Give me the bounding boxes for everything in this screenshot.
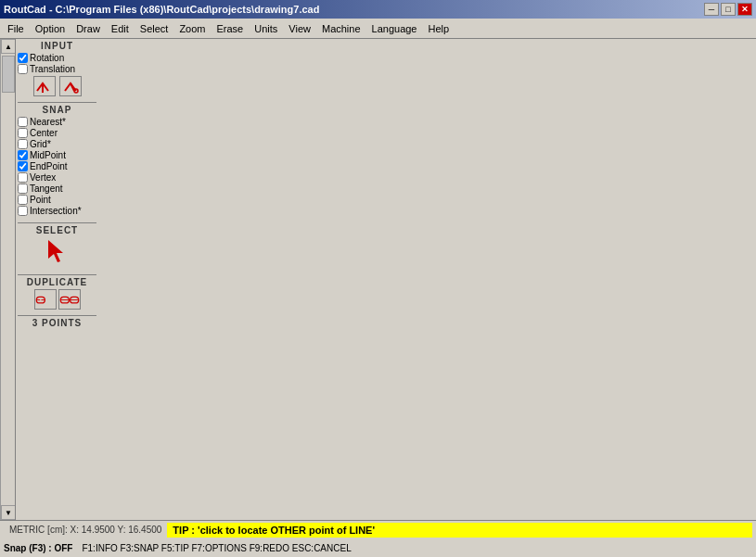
menu-language[interactable]: Language xyxy=(366,21,423,36)
snap-grid-label: Grid* xyxy=(30,139,51,149)
snap-point: Point xyxy=(18,195,96,205)
menu-draw[interactable]: Draw xyxy=(70,21,106,36)
snap-title: SNAP xyxy=(18,105,96,115)
snap-midpoint-label: MidPoint xyxy=(30,150,66,160)
menu-edit[interactable]: Edit xyxy=(106,21,135,36)
svg-point-3 xyxy=(74,89,78,93)
duplicate-title: DUPLICATE xyxy=(18,277,96,287)
snap-midpoint-checkbox[interactable] xyxy=(18,150,28,160)
translation-row: Translation xyxy=(18,64,96,74)
divider-4 xyxy=(18,315,96,316)
divider-3 xyxy=(18,274,96,275)
coordinates: METRIC [cm]: X: 14.9500 Y: 16.4500 xyxy=(4,525,167,535)
status-top: METRIC [cm]: X: 14.9500 Y: 16.4500 TIP :… xyxy=(0,521,756,539)
snap-endpoint-checkbox[interactable] xyxy=(18,161,28,171)
close-button[interactable]: ✕ xyxy=(737,3,752,16)
menu-machine[interactable]: Machine xyxy=(316,21,366,36)
translation-label: Translation xyxy=(30,64,75,74)
scroll-track xyxy=(1,54,15,505)
snap-endpoint-label: EndPoint xyxy=(30,161,68,171)
select-icon[interactable] xyxy=(43,237,72,267)
statusbar: METRIC [cm]: X: 14.9500 Y: 16.4500 TIP :… xyxy=(0,520,756,557)
menu-help[interactable]: Help xyxy=(423,21,455,36)
rotation-row: Rotation xyxy=(18,53,96,63)
snap-intersection-checkbox[interactable] xyxy=(18,206,28,216)
menu-units[interactable]: Units xyxy=(249,21,283,36)
right-panel: INPUT Rotation Translation xyxy=(15,39,98,520)
threepoints-section: 3 POINTS xyxy=(18,318,96,330)
menu-option[interactable]: Option xyxy=(30,21,70,36)
canvas-container: ↖ ▲ ▼ xyxy=(0,39,15,520)
snap-point-checkbox[interactable] xyxy=(18,195,28,205)
duplicate-section: DUPLICATE xyxy=(18,277,96,310)
snap-status: Snap (F3) : OFF xyxy=(4,543,72,553)
main-area: ↖ ▲ ▼ INPUT Rotation Translation xyxy=(0,39,756,520)
menubar: File Option Draw Edit Select Zoom Erase … xyxy=(0,19,756,39)
scroll-up-button[interactable]: ▲ xyxy=(1,39,16,54)
menu-zoom[interactable]: Zoom xyxy=(173,21,211,36)
scroll-thumb[interactable] xyxy=(2,56,15,93)
snap-endpoint: EndPoint xyxy=(18,161,96,171)
maximize-button[interactable]: □ xyxy=(721,3,736,16)
threepoints-title: 3 POINTS xyxy=(18,318,96,328)
snap-nearest: Nearest* xyxy=(18,117,96,127)
snap-point-label: Point xyxy=(30,195,51,205)
menu-view[interactable]: View xyxy=(283,21,316,36)
rotation-label: Rotation xyxy=(30,53,64,63)
input-icons xyxy=(18,76,96,96)
snap-midpoint: MidPoint xyxy=(18,150,96,160)
select-section: SELECT xyxy=(18,225,96,269)
title-text: RoutCad - C:\Program Files (x86)\RoutCad… xyxy=(4,4,319,15)
input-title: INPUT xyxy=(18,41,96,51)
select-title: SELECT xyxy=(18,225,96,235)
menu-erase[interactable]: Erase xyxy=(211,21,250,36)
divider-2 xyxy=(18,222,96,223)
snap-center-checkbox[interactable] xyxy=(18,128,28,138)
tip-area: TIP : 'click to locate OTHER point of LI… xyxy=(167,523,752,538)
snap-grid: Grid* xyxy=(18,139,96,149)
snap-tangent: Tangent xyxy=(18,184,96,194)
duplicate-icon-2[interactable] xyxy=(58,289,81,310)
snap-tangent-checkbox[interactable] xyxy=(18,184,28,194)
snap-nearest-label: Nearest* xyxy=(30,117,66,127)
duplicate-icons xyxy=(18,289,96,310)
snap-vertex-checkbox[interactable] xyxy=(18,172,28,183)
titlebar: RoutCad - C:\Program Files (x86)\RoutCad… xyxy=(0,0,756,19)
menu-select[interactable]: Select xyxy=(135,21,174,36)
minimize-button[interactable]: ─ xyxy=(704,3,719,16)
tip-text: TIP : 'click to locate OTHER point of LI… xyxy=(173,525,375,536)
scroll-down-button[interactable]: ▼ xyxy=(1,505,16,520)
snap-grid-checkbox[interactable] xyxy=(18,139,28,149)
snap-vertex: Vertex xyxy=(18,172,96,183)
titlebar-controls: ─ □ ✕ xyxy=(704,3,752,16)
input-icon-2[interactable] xyxy=(59,76,82,96)
svg-marker-4 xyxy=(48,240,63,262)
menu-file[interactable]: File xyxy=(2,21,30,36)
vertical-scrollbar[interactable]: ▲ ▼ xyxy=(0,39,15,520)
divider-1 xyxy=(18,102,96,103)
duplicate-icon-1[interactable] xyxy=(34,289,57,310)
snap-tangent-label: Tangent xyxy=(30,184,63,194)
snap-vertex-label: Vertex xyxy=(30,172,56,183)
hotkeys: F1:INFO F3:SNAP F5:TIP F7:OPTIONS F9:RED… xyxy=(82,543,351,553)
status-bottom: Snap (F3) : OFF F1:INFO F3:SNAP F5:TIP F… xyxy=(0,539,756,558)
snap-nearest-checkbox[interactable] xyxy=(18,117,28,127)
snap-center-label: Center xyxy=(30,128,58,138)
input-section: INPUT Rotation Translation xyxy=(18,41,96,96)
input-icon-1[interactable] xyxy=(33,76,56,96)
snap-intersection: Intersection* xyxy=(18,206,96,216)
translation-checkbox[interactable] xyxy=(18,64,28,74)
snap-section: SNAP Nearest* Center Grid* MidPoint EndP… xyxy=(18,105,96,217)
snap-center: Center xyxy=(18,128,96,138)
snap-intersection-label: Intersection* xyxy=(30,206,82,216)
rotation-checkbox[interactable] xyxy=(18,53,28,63)
